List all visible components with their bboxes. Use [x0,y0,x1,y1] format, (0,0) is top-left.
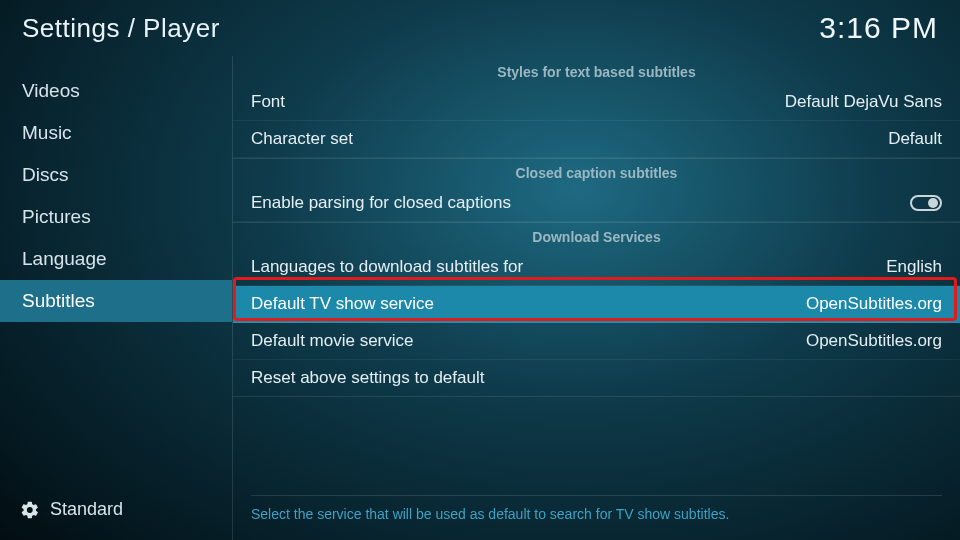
row-label: Default movie service [251,331,414,351]
section-header-styles: Styles for text based subtitles [233,56,960,84]
help-text: Select the service that will be used as … [251,495,942,522]
row-label: Languages to download subtitles for [251,257,523,277]
sidebar-item-discs[interactable]: Discs [0,154,232,196]
row-label: Enable parsing for closed captions [251,193,511,213]
row-label: Default TV show service [251,294,434,314]
breadcrumb: Settings / Player [22,13,220,44]
row-default-tv-service[interactable]: Default TV show service OpenSubtitles.or… [233,286,960,323]
clock: 3:16 PM [819,11,938,45]
sidebar-item-language[interactable]: Language [0,238,232,280]
row-default-movie-service[interactable]: Default movie service OpenSubtitles.org [233,323,960,360]
row-reset-defaults[interactable]: Reset above settings to default [233,360,960,397]
row-value: Default [888,129,942,149]
row-value: Default DejaVu Sans [785,92,942,112]
row-value: OpenSubtitles.org [806,331,942,351]
sidebar-item-pictures[interactable]: Pictures [0,196,232,238]
sidebar-item-music[interactable]: Music [0,112,232,154]
row-character-set[interactable]: Character set Default [233,121,960,158]
row-value: OpenSubtitles.org [806,294,942,314]
section-header-cc: Closed caption subtitles [233,158,960,185]
sidebar-item-subtitles[interactable]: Subtitles [0,280,232,322]
settings-level-button[interactable]: Standard [0,485,232,540]
settings-level-label: Standard [50,499,123,520]
main-panel: Styles for text based subtitles Font Def… [232,56,960,540]
sidebar: Videos Music Discs Pictures Language Sub… [0,56,232,540]
row-value: English [886,257,942,277]
toggle-icon[interactable] [910,195,942,211]
row-download-languages[interactable]: Languages to download subtitles for Engl… [233,249,960,286]
row-label: Font [251,92,285,112]
header: Settings / Player 3:16 PM [0,0,960,56]
row-label: Character set [251,129,353,149]
row-enable-cc-parsing[interactable]: Enable parsing for closed captions [233,185,960,222]
row-label: Reset above settings to default [251,368,484,388]
sidebar-item-videos[interactable]: Videos [0,70,232,112]
section-header-download: Download Services [233,222,960,249]
gear-icon [20,500,40,520]
row-font[interactable]: Font Default DejaVu Sans [233,84,960,121]
